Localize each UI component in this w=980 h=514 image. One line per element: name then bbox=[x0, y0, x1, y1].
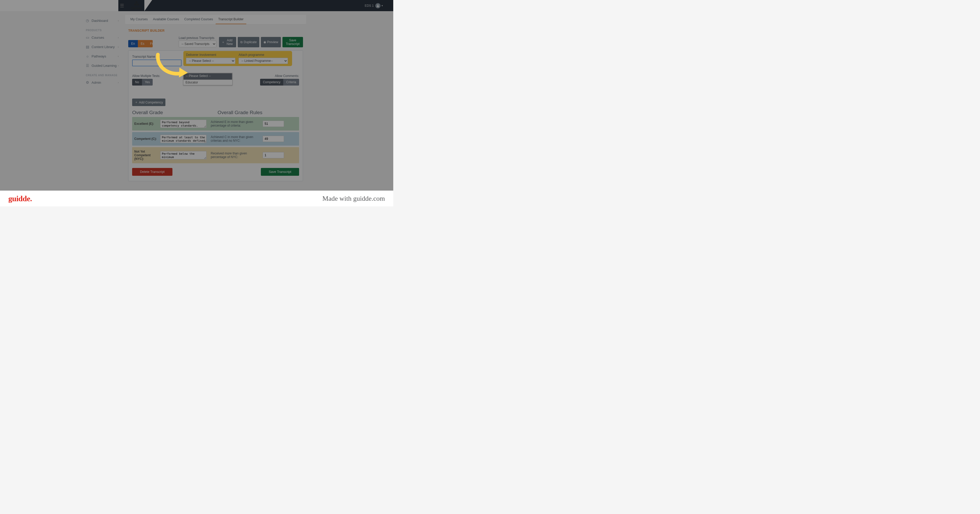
sidebar-heading-manage: CREATE AND MANAGE bbox=[86, 70, 125, 78]
tab-transcript-builder[interactable]: Transcript Builder bbox=[216, 15, 246, 24]
allow-tests-no[interactable]: No bbox=[132, 79, 142, 86]
logo-icon bbox=[134, 1, 139, 6]
highlight-callout: Deliverer Involvement -- Please Select -… bbox=[183, 51, 292, 66]
delete-transcript-button[interactable]: Delete Transcript bbox=[132, 168, 172, 176]
attach-programme-label: Attach programme bbox=[239, 53, 288, 57]
laptop-icon: ▭ bbox=[86, 35, 92, 40]
deliverer-dropdown-open: -- Please Select -- Educator bbox=[183, 73, 232, 85]
save-transcript-button-bottom[interactable]: Save Transcript bbox=[261, 168, 299, 176]
save-transcript-button[interactable]: Save Transcript bbox=[282, 37, 303, 47]
language-tabs: En Es Fr bbox=[128, 40, 153, 47]
grade-row-excellent: Excellent (E): Achieved E in more than g… bbox=[132, 117, 299, 130]
grade-value-competent[interactable] bbox=[262, 136, 284, 142]
chevron-right-icon: › bbox=[118, 36, 119, 39]
add-new-button[interactable]: ＋Add New bbox=[219, 37, 236, 47]
user-label: EDS 1 bbox=[364, 4, 374, 8]
tabs: My Courses Available Courses Completed C… bbox=[125, 15, 306, 24]
grade-label-nyc: Not Yet Competent (NYC): bbox=[134, 150, 160, 161]
user-icon bbox=[376, 4, 379, 7]
gear-icon: ⚙ bbox=[86, 80, 92, 84]
plus-icon: ＋ bbox=[221, 40, 225, 44]
path-icon: ☼ bbox=[86, 54, 92, 58]
allow-comments-label: Allow Comments: bbox=[260, 74, 299, 78]
lang-fr[interactable]: Fr bbox=[147, 40, 153, 47]
transcript-name-input[interactable] bbox=[132, 60, 181, 66]
dropdown-option-please-select[interactable]: -- Please Select -- bbox=[183, 73, 232, 80]
clipboard-icon: ☰ bbox=[86, 63, 92, 68]
menu-toggle-icon[interactable]: ☰ bbox=[120, 3, 124, 9]
sidebar-item-dashboard[interactable]: ◷ Dashboard › bbox=[86, 16, 125, 25]
grade-value-excellent[interactable] bbox=[262, 121, 284, 127]
tab-available-courses[interactable]: Available Courses bbox=[150, 15, 182, 24]
sidebar-item-content-library[interactable]: ▤ Content Library › bbox=[86, 42, 125, 51]
prev-transcripts-label: Load previous Transcripts bbox=[179, 36, 216, 40]
grade-desc-nyc[interactable] bbox=[160, 151, 207, 159]
sidebar-label: Admin bbox=[92, 81, 101, 84]
chevron-right-icon: › bbox=[118, 81, 119, 84]
add-competency-button[interactable]: ＋Add Competency bbox=[132, 98, 165, 106]
grade-rule-competent: Achieved C in more than given criterias … bbox=[211, 135, 260, 143]
sidebar-item-pathways[interactable]: ☼ Pathways › bbox=[86, 51, 125, 61]
copy-icon: ⧉ bbox=[240, 40, 243, 44]
allow-comments-toggle: Competency Criteria bbox=[260, 79, 299, 86]
tab-completed-courses[interactable]: Completed Courses bbox=[182, 15, 216, 24]
chevron-right-icon: › bbox=[118, 19, 119, 22]
comments-criteria[interactable]: Criteria bbox=[283, 79, 299, 86]
sidebar-label: Dashboard bbox=[92, 19, 108, 22]
page-title: TRANSCRIPT BUILDER bbox=[125, 24, 306, 35]
allow-tests-toggle: No Yes bbox=[132, 79, 153, 86]
grade-value-nyc[interactable] bbox=[262, 152, 284, 158]
overall-grade-heading: Overall Grade bbox=[132, 110, 163, 116]
preview-button[interactable]: ◉Preview bbox=[261, 37, 281, 47]
sidebar-label: Pathways bbox=[92, 54, 106, 58]
main-content: My Courses Available Courses Completed C… bbox=[125, 11, 393, 190]
sidebar-item-admin[interactable]: ⚙ Admin › bbox=[86, 78, 125, 87]
form-panel: Transcript Name Deliverer Involvement --… bbox=[128, 51, 303, 181]
comments-competency[interactable]: Competency bbox=[260, 79, 283, 86]
grade-row-nyc: Not Yet Competent (NYC): Received more t… bbox=[132, 147, 299, 163]
gauge-icon: ◷ bbox=[86, 19, 92, 22]
chevron-right-icon: › bbox=[118, 45, 119, 48]
sidebar-label: Guided Learning bbox=[92, 64, 116, 68]
grade-desc-competent[interactable] bbox=[160, 135, 207, 143]
transcript-name-label: Transcript Name bbox=[132, 55, 181, 59]
sidebar-item-courses[interactable]: ▭ Courses › bbox=[86, 33, 125, 42]
svg-point-0 bbox=[136, 2, 137, 3]
sidebar-item-guided-learning[interactable]: ☰ Guided Learning › bbox=[86, 61, 125, 70]
dropdown-option-educator[interactable]: Educator bbox=[183, 80, 232, 85]
grade-rule-nyc: Received more than given percentage of N… bbox=[211, 152, 260, 159]
guidde-logo: guidde. bbox=[8, 194, 32, 203]
prev-transcripts-select[interactable]: -- Saved Transcripts -- bbox=[179, 41, 216, 47]
grade-label-competent: Competent (C): bbox=[134, 137, 160, 141]
grade-row-competent: Competent (C): Achieved C in more than g… bbox=[132, 132, 299, 146]
lang-es[interactable]: Es bbox=[138, 40, 147, 47]
app-header: ☰ Censeo EDS 1 ▾ bbox=[0, 0, 393, 11]
user-menu[interactable]: EDS 1 ▾ bbox=[364, 3, 383, 8]
grade-label-excellent: Excellent (E): bbox=[134, 122, 160, 125]
avatar bbox=[375, 3, 380, 8]
guidde-made-with: Made with guidde.com bbox=[323, 195, 385, 203]
attach-programme-select[interactable]: -- Linked Programme-- bbox=[239, 58, 288, 64]
guidde-footer: guidde. Made with guidde.com bbox=[0, 190, 393, 206]
header-diagonal bbox=[144, 0, 152, 11]
duplicate-button[interactable]: ⧉Duplicate bbox=[238, 37, 259, 47]
grade-rule-excellent: Achieved E in more than given percentage… bbox=[211, 120, 260, 127]
brand-logo[interactable]: Censeo bbox=[131, 1, 142, 10]
brand-name: Censeo bbox=[131, 6, 142, 10]
sidebar-heading-products: PRODUCTS bbox=[86, 25, 125, 33]
allow-multiple-tests-label: Allow Multiple Tests: bbox=[132, 74, 160, 78]
deliverer-involvement-select[interactable]: -- Please Select -- bbox=[186, 58, 235, 64]
grade-desc-excellent[interactable] bbox=[160, 120, 207, 128]
sidebar-label: Courses bbox=[92, 36, 104, 40]
tab-my-courses[interactable]: My Courses bbox=[128, 15, 150, 24]
svg-point-1 bbox=[134, 4, 135, 5]
plus-icon: ＋ bbox=[135, 100, 138, 105]
deliverer-involvement-label: Deliverer Involvement bbox=[186, 53, 235, 57]
svg-point-2 bbox=[137, 4, 138, 5]
allow-tests-yes[interactable]: Yes bbox=[142, 79, 153, 86]
chevron-down-icon: ▾ bbox=[382, 4, 383, 7]
chevron-right-icon: › bbox=[118, 64, 119, 67]
book-icon: ▤ bbox=[86, 45, 92, 49]
sidebar-label: Content Library bbox=[92, 45, 115, 49]
lang-en[interactable]: En bbox=[128, 40, 138, 47]
